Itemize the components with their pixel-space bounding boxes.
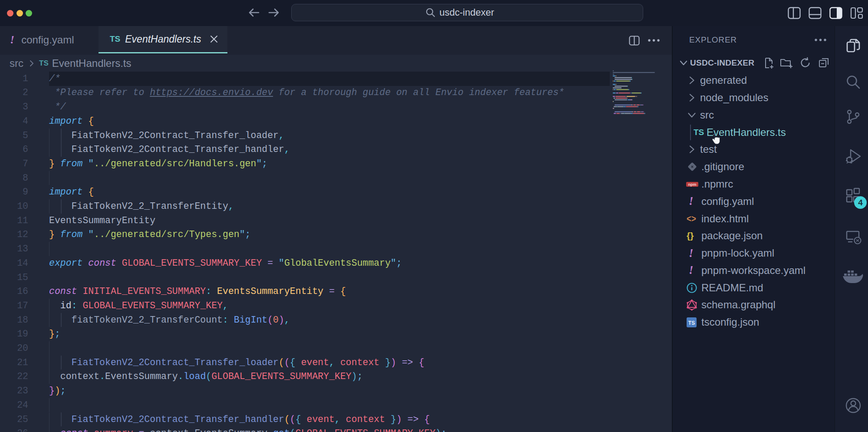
svg-text:npm: npm: [688, 182, 697, 187]
svg-text:TS: TS: [688, 320, 695, 326]
